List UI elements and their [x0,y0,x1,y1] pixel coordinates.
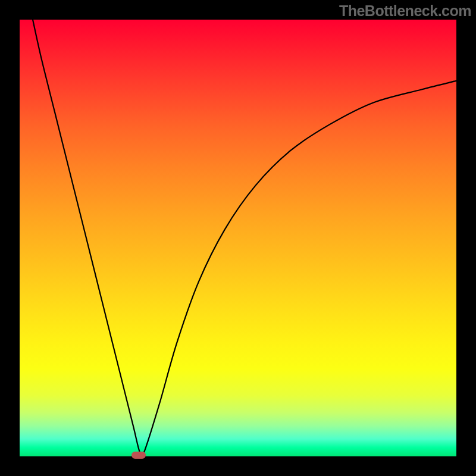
curve-svg [20,20,456,456]
chart-wrapper: TheBottleneck.com [0,0,476,476]
minimum-marker [131,452,146,459]
plot-area [20,20,456,456]
watermark-text: TheBottleneck.com [339,2,471,20]
bottleneck-curve [33,20,456,456]
